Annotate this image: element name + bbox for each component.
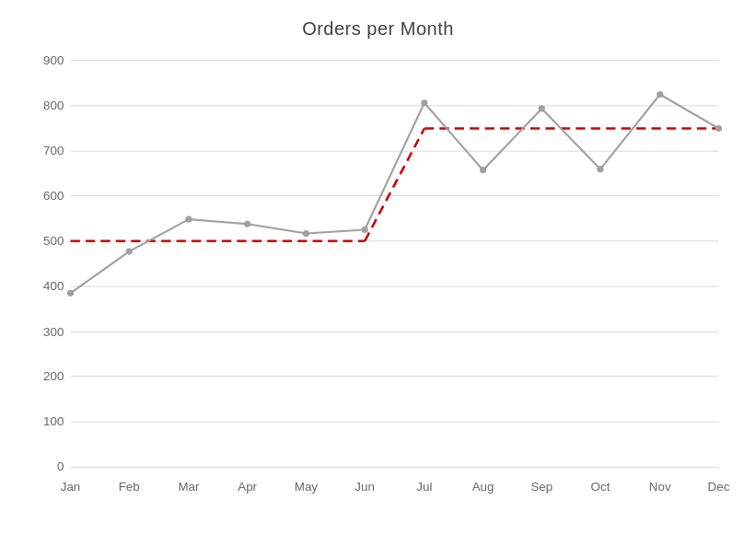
- reference-line-transition: [365, 128, 425, 240]
- ylabel-800: 800: [43, 99, 64, 112]
- ylabel-600: 600: [43, 189, 64, 203]
- ylabel-0: 0: [57, 459, 64, 473]
- xlabel-feb: Feb: [119, 480, 140, 494]
- xlabel-oct: Oct: [591, 480, 611, 494]
- data-point-mar: [185, 216, 192, 223]
- data-point-dec: [715, 125, 722, 132]
- ylabel-500: 500: [43, 234, 64, 248]
- xlabel-dec: Dec: [708, 480, 730, 494]
- data-point-may: [303, 230, 309, 237]
- xlabel-aug: Aug: [472, 480, 494, 494]
- data-point-jun: [362, 227, 368, 233]
- data-point-jan: [67, 290, 74, 297]
- data-point-jul: [421, 99, 427, 106]
- ylabel-300: 300: [43, 325, 64, 339]
- xlabel-mar: Mar: [178, 480, 200, 494]
- data-point-feb: [126, 248, 133, 254]
- xlabel-jul: Jul: [416, 480, 432, 494]
- chart-area: 900 800 700 600 500 400 300 200: [18, 49, 738, 517]
- chart-title: Orders per Month: [302, 18, 454, 40]
- xlabel-apr: Apr: [238, 480, 257, 494]
- data-line: [71, 95, 719, 294]
- data-point-nov: [657, 91, 663, 98]
- ylabel-100: 100: [43, 414, 64, 428]
- data-point-oct: [597, 166, 603, 172]
- xlabel-jan: Jan: [61, 480, 81, 494]
- ylabel-200: 200: [43, 369, 64, 383]
- chart-svg: 900 800 700 600 500 400 300 200: [18, 49, 738, 517]
- xlabel-sep: Sep: [530, 480, 552, 494]
- xlabel-nov: Nov: [649, 480, 671, 494]
- ylabel-400: 400: [43, 279, 64, 293]
- ylabel-700: 700: [43, 144, 64, 157]
- chart-container: Orders per Month 900 800 700 600: [0, 0, 756, 535]
- data-point-apr: [244, 221, 250, 227]
- xlabel-jun: Jun: [355, 480, 375, 494]
- xlabel-may: May: [295, 480, 319, 494]
- data-point-aug: [480, 167, 486, 173]
- ylabel-900: 900: [43, 53, 64, 67]
- data-point-sep: [539, 105, 545, 111]
